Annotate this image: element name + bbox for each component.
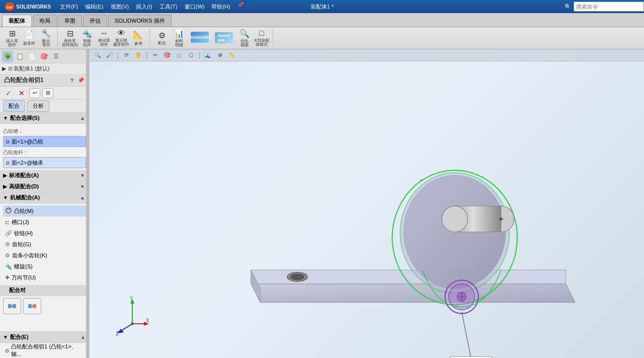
menu-insert[interactable]: 插入(I) <box>133 2 155 12</box>
section-header-advanced[interactable]: ▶ 高级配合(D) ▼ <box>0 181 89 192</box>
menu-edit[interactable]: 编辑(E) <box>82 2 107 12</box>
resize-handle[interactable] <box>86 49 89 358</box>
vp-target[interactable]: 🎯 <box>162 51 172 60</box>
mate-item-cam[interactable]: 凸轮(M) <box>3 205 86 217</box>
tb-show-hide[interactable]: 👁 显示隐藏零部件 <box>113 29 129 47</box>
title-bar: SW SOLIDWORKS 文件(F) 编辑(E) 视图(V) 插入(I) 工具… <box>0 0 644 13</box>
collapse-btn-1[interactable]: ▲ <box>80 115 86 121</box>
config-section-content: ⊙ 凸轮配合相切1 (凸轮<1>、轴... <box>0 343 90 358</box>
menu-help[interactable]: 帮助(H) <box>208 2 233 12</box>
vp-sep-1 <box>118 52 118 59</box>
svg-point-42 <box>131 322 134 325</box>
cam-slot-label: 凸轮槽： <box>3 128 86 135</box>
mate-pair-label: 配合对 <box>9 287 26 294</box>
section-label-advanced: 高级配合(D) <box>9 183 39 190</box>
tb-new-part[interactable]: 📄 新零件 <box>21 29 37 47</box>
cam-slot-input[interactable]: ⊙ 面<1>@凸轮 <box>3 136 86 147</box>
vp-measure[interactable]: 📏 <box>227 51 237 60</box>
cam-follower-input[interactable]: ⊙ 面<2>@轴承 <box>3 157 86 168</box>
pt-help[interactable]: ? <box>68 77 76 85</box>
mate-anti-align-button[interactable] <box>23 298 41 314</box>
action-row: ✓ ✕ ↩ ⊞ <box>0 87 89 100</box>
vp-zoom-in[interactable]: 🔍 <box>93 51 103 60</box>
ft-icon-list[interactable]: 📋 <box>14 51 25 62</box>
mate-item-slot[interactable]: ⊏ 槽口(J) <box>3 217 86 228</box>
mate-item-screw[interactable]: 🔩 螺旋(S) <box>3 261 86 272</box>
panel-title: 凸轮配合相切1 ? 📌 <box>0 75 89 87</box>
svg-line-29 <box>462 312 471 358</box>
svg-rect-4 <box>13 304 16 308</box>
pt-pin[interactable]: 📌 <box>77 77 85 85</box>
vp-wireframe[interactable]: □ <box>174 51 184 60</box>
mate-align-button[interactable] <box>3 298 21 314</box>
panel-title-text: 凸轮配合相切1 <box>4 76 44 85</box>
tb-optimize-view[interactable]: 🔍 优化视图 <box>236 29 253 47</box>
tb-large-assembly[interactable]: □ 大型装配体模式 <box>254 29 270 47</box>
panel-content: ▼ 配合选择(S) ▲ 凸轮槽： ⊙ 面<1>@凸轮 凸轮推杆： ⊙ 面<2>@… <box>0 113 89 354</box>
slot-icon: ⊏ <box>5 219 10 226</box>
search-input[interactable] <box>574 2 644 12</box>
viewport-content[interactable]: 凸轮推杆 + Y X Z <box>90 61 644 358</box>
mate-item-gear-label: 齿轮(G) <box>12 241 31 248</box>
tb-instant3d[interactable]: Instant3D <box>188 29 211 47</box>
vp-lights[interactable]: 🌊 <box>203 51 213 60</box>
menu-view[interactable]: 视图(V) <box>108 2 132 12</box>
search-area: 🔍 <box>565 0 644 13</box>
menu-file[interactable]: 文件(F) <box>57 2 81 12</box>
collapse-btn-3[interactable]: ▼ <box>80 184 86 189</box>
tab-layout[interactable]: 布局 <box>33 15 57 27</box>
vp-rotate[interactable]: ⟳ <box>121 51 131 60</box>
confirm-button[interactable]: ✓ <box>3 88 14 98</box>
tb-speedpak[interactable]: Speedpak <box>212 29 235 47</box>
vp-cut[interactable]: ✂ <box>150 51 160 60</box>
collapse-btn-4[interactable]: ▲ <box>80 195 86 200</box>
tb-reference[interactable]: 📐 参考 <box>130 29 146 47</box>
tb-insert-component[interactable]: ⊞ 插入零部件 <box>4 29 20 47</box>
config-section-header[interactable]: ▼ 配合(E) ▲ <box>0 332 90 343</box>
menu-tools[interactable]: 工具(T) <box>156 2 181 12</box>
mate-item-gear[interactable]: ⚙ 齿轮(G) <box>3 239 86 250</box>
section-header-standard[interactable]: ▶ 标准配合(A) ▼ <box>0 170 89 181</box>
tb-linear-pattern[interactable]: ⊟ 线性零部件阵列 <box>62 29 78 47</box>
config-item-icon: ⊙ <box>5 348 9 353</box>
menu-window[interactable]: 窗口(W) <box>182 2 208 12</box>
toolbar-group-2: ⊟ 线性零部件阵列 🔩 智能扣件 ↔ 移动零部件 👁 显示隐藏零部件 📐 参考 <box>62 29 150 47</box>
tab-evaluate[interactable]: 评估 <box>83 15 107 27</box>
tab-sketch[interactable]: 草图 <box>58 15 82 27</box>
tb-new-assembly[interactable]: 🔧 配合零件 <box>38 29 54 47</box>
vp-add[interactable]: ⊕ <box>215 51 225 60</box>
config-item[interactable]: ⊙ 凸轮配合相切1 (凸轮<1>、轴... <box>3 345 87 356</box>
tab-plugins[interactable]: SOLIDWORKS 插件 <box>108 15 172 27</box>
mate-item-cam-label: 凸轮(M) <box>14 207 34 215</box>
tab-mate[interactable]: 配合 <box>3 100 25 112</box>
tb-bom[interactable]: 📊 材料明细 <box>171 29 187 47</box>
mate-item-universal[interactable]: ✚ 万向节(U) <box>3 272 86 283</box>
toolbar-group-1: ⊞ 插入零部件 📄 新零件 🔧 配合零件 <box>4 29 58 47</box>
mate-item-hinge[interactable]: 🔗 铰链(H) <box>3 228 86 239</box>
tb-smart-fastener[interactable]: 🔩 智能扣件 <box>79 29 95 47</box>
collapse-btn-2[interactable]: ▼ <box>80 173 86 178</box>
cancel-button[interactable]: ✕ <box>16 88 27 98</box>
vp-zoom-out[interactable]: 🔎 <box>105 51 115 60</box>
mate-item-rack-pinion[interactable]: ⚙ 齿条小齿轮(K) <box>3 250 86 261</box>
tab-assembly[interactable]: 装配体 <box>2 15 32 27</box>
section-header-mate-selection[interactable]: ▼ 配合选择(S) ▲ <box>0 113 89 124</box>
tb-move-component[interactable]: ↔ 移动零部件 <box>96 29 112 47</box>
ft-icon-target[interactable]: 🎯 <box>38 51 49 62</box>
ft-icon-tree[interactable]: 🌳 <box>2 51 13 62</box>
tab-analysis[interactable]: 分析 <box>27 100 49 112</box>
mate-item-universal-label: 万向节(U) <box>12 274 36 281</box>
rack-pinion-icon: ⚙ <box>5 252 10 259</box>
svg-point-20 <box>442 206 468 232</box>
section-header-mechanical[interactable]: ▼ 机械配合(A) ▲ <box>0 192 89 203</box>
options-button[interactable]: ⊞ <box>42 88 53 98</box>
tb-mate[interactable]: ⚙ 配合 <box>154 29 170 47</box>
ft-icon-menu[interactable]: ☰ <box>50 51 61 62</box>
undo-button[interactable]: ↩ <box>29 88 40 98</box>
panel-title-icons: ? 📌 <box>68 77 85 85</box>
config-section-label: 配合(E) <box>10 333 29 341</box>
vp-shaded[interactable]: ⬡ <box>186 51 196 60</box>
vp-pan[interactable]: ✋ <box>133 51 143 60</box>
bottom-section: ▼ 配合(E) ▲ ⊙ 凸轮配合相切1 (凸轮<1>、轴... <box>0 331 90 358</box>
ft-icon-doc[interactable]: 📄 <box>26 51 37 62</box>
